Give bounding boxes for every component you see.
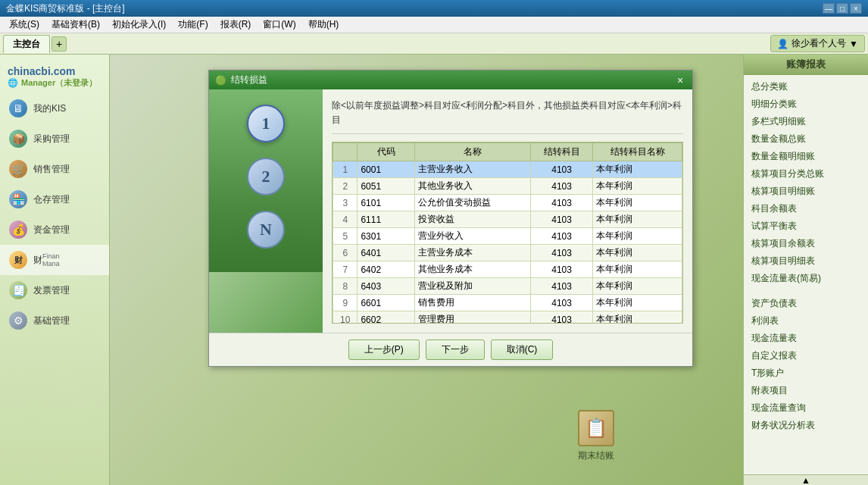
right-item-7[interactable]: 科目余额表: [744, 200, 868, 217]
wizard-step-1: 1: [247, 105, 285, 142]
cell-subject: 4103: [530, 178, 593, 195]
cell-code: 6101: [358, 195, 415, 211]
menu-help[interactable]: 帮助(H): [302, 17, 345, 33]
right-scroll[interactable]: ▲: [744, 474, 868, 485]
window-controls: — □ ×: [823, 3, 862, 14]
table-row[interactable]: 1 6001 主营业务收入 4103 本年利润: [333, 161, 682, 178]
cell-no: 4: [333, 211, 358, 228]
cell-subject-name: 本年利润: [593, 161, 682, 178]
menu-report[interactable]: 报表(R): [214, 17, 258, 33]
cell-code: 6401: [358, 245, 415, 261]
cell-subject: 4103: [530, 278, 593, 295]
sidebar-label-finance: 资金管理: [33, 224, 70, 236]
table-row[interactable]: 2 6051 其他业务收入 4103 本年利润: [333, 178, 682, 195]
basic-icon: ⚙: [8, 310, 29, 331]
maximize-button[interactable]: □: [836, 3, 848, 14]
right-item-14[interactable]: 利润表: [744, 312, 868, 330]
right-item-10[interactable]: 核算项目明细表: [744, 252, 868, 270]
sidebar-item-inventory[interactable]: 🏪 仓存管理: [0, 184, 109, 214]
prev-button[interactable]: 上一步(P): [348, 340, 420, 360]
menu-system[interactable]: 系统(S): [3, 17, 45, 33]
sidebar-item-basic[interactable]: ⚙ 基础管理: [0, 305, 109, 336]
cell-subject: 4103: [530, 211, 593, 228]
cell-code: 6301: [358, 228, 415, 245]
right-item-13[interactable]: 资产负债表: [744, 295, 868, 312]
dialog-description: 除<以前年度损益调整>科目对应<利润分配>科目外，其他损益类科目对应<本年利润>…: [332, 99, 683, 134]
right-item-17[interactable]: T形账户: [744, 365, 868, 382]
sidebar-item-invoice[interactable]: 🧾 发票管理: [0, 275, 109, 305]
menu-window[interactable]: 窗口(W): [257, 17, 301, 33]
inventory-icon: 🏪: [8, 189, 29, 210]
right-item-19[interactable]: 现金流量查询: [744, 399, 868, 417]
cell-subject: 4103: [530, 161, 593, 178]
table-container[interactable]: 代码 名称 结转科目 结转科目名称 1 6001 主营业务收入 4103 本年利…: [332, 142, 683, 324]
sidebar-item-financial[interactable]: 财 财 FinanMana: [0, 245, 109, 275]
sidebar-item-purchase[interactable]: 📦 采购管理: [0, 124, 109, 154]
cell-subject: 4103: [530, 228, 593, 245]
sidebar-item-sales[interactable]: 🛒 销售管理: [0, 154, 109, 184]
sidebar-item-finance[interactable]: 💰 资金管理: [0, 214, 109, 245]
table-row[interactable]: 5 6301 营业外收入 4103 本年利润: [333, 228, 682, 245]
invoice-icon: 🧾: [8, 280, 29, 301]
right-item-8[interactable]: 试算平衡表: [744, 217, 868, 235]
right-item-9[interactable]: 核算项目余额表: [744, 235, 868, 252]
table-row[interactable]: 6 6401 主营业务成本 4103 本年利润: [333, 245, 682, 261]
cell-code: 6402: [358, 261, 415, 278]
minimize-button[interactable]: —: [823, 3, 835, 14]
sidebar-item-my-kis[interactable]: 🖥 我的KIS: [0, 93, 109, 124]
cell-subject-name: 本年利润: [593, 211, 682, 228]
table-row[interactable]: 9 6601 销售费用 4103 本年利润: [333, 295, 682, 311]
right-item-2[interactable]: 多栏式明细账: [744, 113, 868, 130]
tab-add-button[interactable]: +: [52, 36, 67, 52]
cell-no: 10: [333, 311, 358, 324]
table-row[interactable]: 4 6111 投资收益 4103 本年利润: [333, 211, 682, 228]
tab-main[interactable]: 主控台: [3, 35, 50, 53]
dialog-close-button[interactable]: ×: [674, 74, 686, 86]
right-item-4[interactable]: 数量金额明细账: [744, 148, 868, 165]
sidebar-label-basic: 基础管理: [33, 314, 70, 327]
menu-basic-data[interactable]: 基础资料(B): [45, 17, 106, 33]
cell-subject: 4103: [530, 195, 593, 211]
right-item-11[interactable]: 现金流量表(简易): [744, 270, 868, 287]
table-row[interactable]: 8 6403 营业税及附加 4103 本年利润: [333, 278, 682, 295]
cell-name: 营业外收入: [415, 228, 530, 245]
table-row[interactable]: 10 6602 管理费用 4103 本年利润: [333, 311, 682, 324]
right-item-20[interactable]: 财务状况分析表: [744, 417, 868, 434]
period-close-icon: 📋: [578, 410, 614, 446]
menu-function[interactable]: 功能(F): [172, 17, 214, 33]
right-item-1[interactable]: 明细分类账: [744, 95, 868, 113]
sidebar-site: chinacbi.com: [8, 65, 101, 77]
cell-subject: 4103: [530, 261, 593, 278]
menu-init[interactable]: 初始化录入(I): [106, 17, 172, 33]
period-close-area[interactable]: 📋 期末结账: [578, 410, 614, 462]
cell-subject: 4103: [530, 295, 593, 311]
right-item-16[interactable]: 自定义报表: [744, 347, 868, 365]
dialog-content: 除<以前年度损益调整>科目对应<利润分配>科目外，其他损益类科目对应<本年利润>…: [323, 89, 692, 333]
cell-name: 主营业务成本: [415, 245, 530, 261]
cell-name: 主营业务收入: [415, 161, 530, 178]
cancel-button[interactable]: 取消(C): [491, 340, 554, 360]
main-area: chinacbi.com 🌐 Manager（未登录） 🖥 我的KIS 📦 采购…: [0, 55, 868, 485]
right-item-15[interactable]: 现金流量表: [744, 330, 868, 347]
col-no: [333, 143, 358, 161]
right-item-5[interactable]: 核算项目分类总账: [744, 165, 868, 183]
period-close-label: 期末结账: [578, 449, 614, 462]
next-button[interactable]: 下一步: [426, 340, 485, 360]
cell-subject-name: 本年利润: [593, 228, 682, 245]
right-item-18[interactable]: 附表项目: [744, 382, 868, 399]
tab-bar: 主控台 + 👤 徐少看个人号 ▼: [0, 33, 868, 55]
table-row[interactable]: 7 6402 其他业务成本 4103 本年利润: [333, 261, 682, 278]
right-item-6[interactable]: 核算项目明细账: [744, 183, 868, 200]
cell-name: 管理费用: [415, 311, 530, 324]
cell-no: 7: [333, 261, 358, 278]
user-area[interactable]: 👤 徐少看个人号 ▼: [770, 35, 865, 52]
close-button[interactable]: ×: [850, 3, 862, 14]
right-item-3[interactable]: 数量金额总账: [744, 130, 868, 148]
cell-code: 6001: [358, 161, 415, 178]
table-row[interactable]: 3 6101 公允价值变动损益 4103 本年利润: [333, 195, 682, 211]
cell-name: 公允价值变动损益: [415, 195, 530, 211]
right-item-0[interactable]: 总分类账: [744, 78, 868, 95]
cell-name: 营业税及附加: [415, 278, 530, 295]
col-subject-name: 结转科目名称: [593, 143, 682, 161]
cell-subject-name: 本年利润: [593, 261, 682, 278]
